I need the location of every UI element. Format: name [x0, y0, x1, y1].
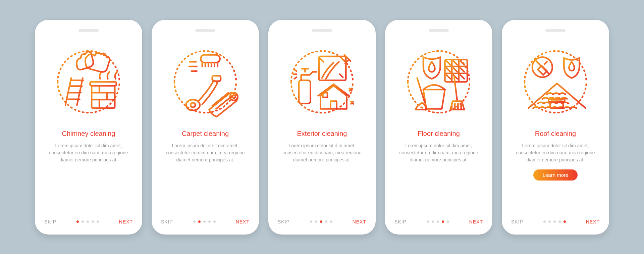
page-indicator [310, 220, 332, 223]
dot-2[interactable] [198, 220, 201, 223]
page-indicator [427, 220, 449, 223]
onboarding-screen-chimney: Chimney cleaning Lorem ipsum dolor sit d… [35, 20, 142, 235]
dot-5[interactable] [213, 220, 216, 223]
dot-5[interactable] [447, 220, 449, 223]
svg-rect-7 [299, 80, 311, 103]
exterior-cleaning-icon [283, 43, 361, 120]
skip-button[interactable]: SKIP [394, 219, 407, 224]
dot-1[interactable] [543, 220, 546, 223]
dot-2[interactable] [548, 220, 551, 223]
next-button[interactable]: NEXT [119, 219, 133, 224]
dot-4[interactable] [92, 220, 94, 223]
phone-speaker [312, 29, 332, 32]
page-indicator [76, 220, 99, 223]
learn-more-button[interactable]: Learn more [533, 169, 578, 181]
phone-speaker [545, 29, 566, 32]
screen-title: Exterior cleaning [297, 130, 347, 138]
svg-rect-2 [201, 55, 220, 62]
onboarding-footer: SKIP NEXT [278, 219, 366, 224]
dot-4[interactable] [558, 220, 561, 223]
skip-button[interactable]: SKIP [511, 219, 523, 224]
dot-3[interactable] [553, 220, 556, 223]
dot-1[interactable] [76, 220, 79, 223]
svg-point-3 [191, 103, 195, 107]
screen-title: Chimney cleaning [62, 130, 115, 138]
phone-speaker [429, 29, 449, 32]
screen-description: Lorem ipsum dolor sit dim amet, consecte… [515, 142, 596, 163]
onboarding-footer: SKIP NEXT [394, 219, 483, 224]
phone-speaker [195, 29, 215, 32]
onboarding-footer: SKIP NEXT [511, 219, 600, 224]
dot-4[interactable] [325, 220, 327, 223]
dot-1[interactable] [193, 220, 196, 223]
onboarding-screen-roof: Roof cleaning Lorem ipsum dolor sit dim … [502, 20, 609, 235]
dot-5[interactable] [564, 220, 566, 223]
svg-rect-9 [323, 93, 327, 97]
dot-3[interactable] [87, 220, 89, 223]
dot-3[interactable] [437, 220, 439, 223]
dot-1[interactable] [310, 220, 312, 223]
onboarding-footer: SKIP NEXT [44, 219, 133, 224]
dot-4[interactable] [442, 220, 444, 223]
next-button[interactable]: NEXT [236, 219, 250, 224]
phone-speaker [78, 29, 99, 32]
next-button[interactable]: NEXT [469, 219, 483, 224]
screen-title: Floor cleaning [418, 130, 460, 138]
skip-button[interactable]: SKIP [161, 219, 173, 224]
roof-cleaning-icon [517, 43, 594, 120]
svg-rect-1 [90, 82, 116, 86]
screen-description: Lorem ipsum dolor sit dim amet, consecte… [398, 142, 479, 163]
onboarding-screen-floor: Floor cleaning Lorem ipsum dolor sit dim… [385, 20, 492, 235]
dot-3[interactable] [320, 220, 322, 223]
dot-2[interactable] [315, 220, 317, 223]
screen-description: Lorem ipsum dolor sit dim amet, consecte… [165, 142, 246, 163]
next-button[interactable]: NEXT [586, 219, 600, 224]
dot-1[interactable] [427, 220, 429, 223]
dot-5[interactable] [97, 220, 99, 223]
dot-2[interactable] [432, 220, 434, 223]
screen-description: Lorem ipsum dolor sit dim amet, consecte… [282, 142, 362, 163]
skip-button[interactable]: SKIP [44, 219, 56, 224]
carpet-cleaning-icon [167, 43, 244, 120]
onboarding-footer: SKIP NEXT [161, 219, 250, 224]
onboarding-screen-carpet: Carpet cleaning Lorem ipsum dolor sit di… [152, 20, 259, 235]
screen-title: Roof cleaning [535, 130, 576, 138]
dot-2[interactable] [82, 220, 84, 223]
dot-5[interactable] [330, 220, 332, 223]
next-button[interactable]: NEXT [353, 219, 366, 224]
screen-title: Carpet cleaning [182, 130, 229, 138]
page-indicator [543, 220, 566, 223]
skip-button[interactable]: SKIP [278, 219, 290, 224]
dot-3[interactable] [203, 220, 206, 223]
chimney-cleaning-icon [50, 43, 127, 120]
dot-4[interactable] [208, 220, 211, 223]
page-indicator [193, 220, 216, 223]
onboarding-screen-exterior: Exterior cleaning Lorem ipsum dolor sit … [268, 20, 376, 235]
floor-cleaning-icon [400, 43, 477, 120]
svg-rect-0 [92, 86, 115, 108]
screen-description: Lorem ipsum dolor sit dim amet, consecte… [48, 142, 129, 163]
